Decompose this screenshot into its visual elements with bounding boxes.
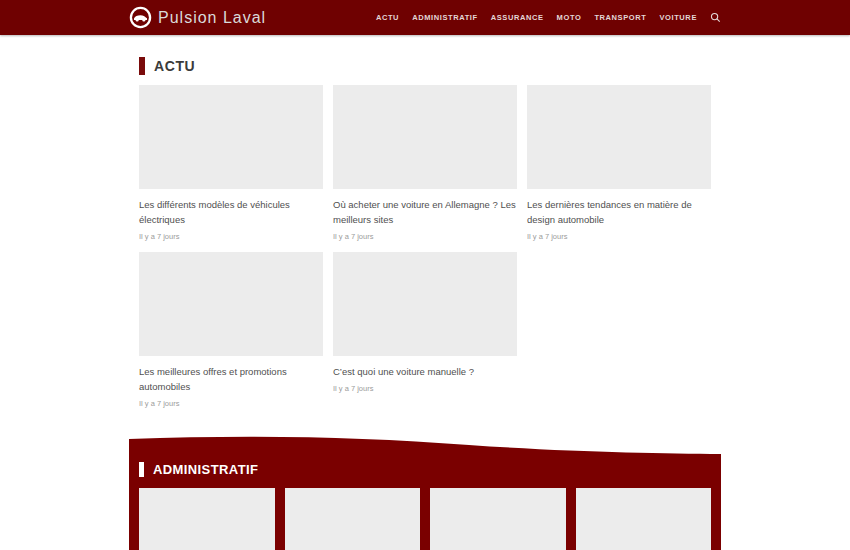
article-date: Il y a 7 jours xyxy=(333,231,517,242)
article-title[interactable]: Où acheter une voiture en Allemagne ? Le… xyxy=(333,197,517,227)
administratif-article-grid xyxy=(139,488,711,550)
heading-accent-bar xyxy=(139,462,144,477)
nav-item[interactable]: ASSURANCE xyxy=(491,13,544,22)
nav-item[interactable]: MOTO xyxy=(557,13,582,22)
article-date: Il y a 7 jours xyxy=(333,383,517,394)
main-content: ACTU Les différents modèles de véhicules… xyxy=(129,57,721,409)
article-image-placeholder[interactable] xyxy=(285,488,421,550)
article-card[interactable]: Les dernières tendances en matière de de… xyxy=(527,85,711,242)
article-card[interactable]: Les différents modèles de véhicules élec… xyxy=(139,85,323,242)
car-logo-icon xyxy=(129,6,152,29)
nav-item[interactable]: VOITURE xyxy=(659,13,697,22)
search-button[interactable] xyxy=(710,12,721,23)
actu-heading-label: ACTU xyxy=(154,58,195,74)
site-header: Pulsion Laval ACTU ADMINISTRATIF ASSURAN… xyxy=(0,0,850,35)
administratif-section-heading: ADMINISTRATIF xyxy=(139,462,711,477)
main-nav: ACTU ADMINISTRATIF ASSURANCE MOTO TRANSP… xyxy=(376,13,697,22)
nav-item[interactable]: ADMINISTRATIF xyxy=(412,13,478,22)
article-image-placeholder[interactable] xyxy=(333,252,517,356)
administratif-heading-label: ADMINISTRATIF xyxy=(153,462,258,477)
article-card[interactable]: C’est quoi une voiture manuelle ? Il y a… xyxy=(333,252,517,409)
article-card[interactable] xyxy=(285,488,421,550)
heading-accent-bar xyxy=(139,57,145,75)
article-image-placeholder[interactable] xyxy=(576,488,712,550)
article-title[interactable]: Les meilleures offres et promotions auto… xyxy=(139,364,323,394)
article-image-placeholder[interactable] xyxy=(139,252,323,356)
article-date: Il y a 7 jours xyxy=(139,398,323,409)
article-title[interactable]: Les dernières tendances en matière de de… xyxy=(527,197,711,227)
article-title[interactable]: Les différents modèles de véhicules élec… xyxy=(139,197,323,227)
article-image-placeholder[interactable] xyxy=(139,85,323,189)
article-image-placeholder[interactable] xyxy=(430,488,566,550)
article-image-placeholder[interactable] xyxy=(139,488,275,550)
article-card[interactable] xyxy=(139,488,275,550)
article-card[interactable] xyxy=(576,488,712,550)
article-card[interactable]: Où acheter une voiture en Allemagne ? Le… xyxy=(333,85,517,242)
search-icon xyxy=(710,12,721,23)
actu-section-heading: ACTU xyxy=(139,57,711,75)
article-card[interactable] xyxy=(430,488,566,550)
administratif-body: ADMINISTRATIF xyxy=(129,456,721,550)
nav-item[interactable]: ACTU xyxy=(376,13,399,22)
article-title[interactable]: C’est quoi une voiture manuelle ? xyxy=(333,364,517,379)
article-image-placeholder[interactable] xyxy=(527,85,711,189)
actu-article-grid: Les différents modèles de véhicules élec… xyxy=(139,85,711,409)
administratif-section: ADMINISTRATIF xyxy=(129,436,721,550)
article-date: Il y a 7 jours xyxy=(139,231,323,242)
brand-title: Pulsion Laval xyxy=(158,9,266,27)
article-date: Il y a 7 jours xyxy=(527,231,711,242)
header-container: Pulsion Laval ACTU ADMINISTRATIF ASSURAN… xyxy=(129,0,721,35)
nav-item[interactable]: TRANSPORT xyxy=(594,13,646,22)
article-image-placeholder[interactable] xyxy=(333,85,517,189)
brand-home-link[interactable]: Pulsion Laval xyxy=(129,6,266,29)
section-wave-top xyxy=(129,436,721,456)
article-card[interactable]: Les meilleures offres et promotions auto… xyxy=(139,252,323,409)
